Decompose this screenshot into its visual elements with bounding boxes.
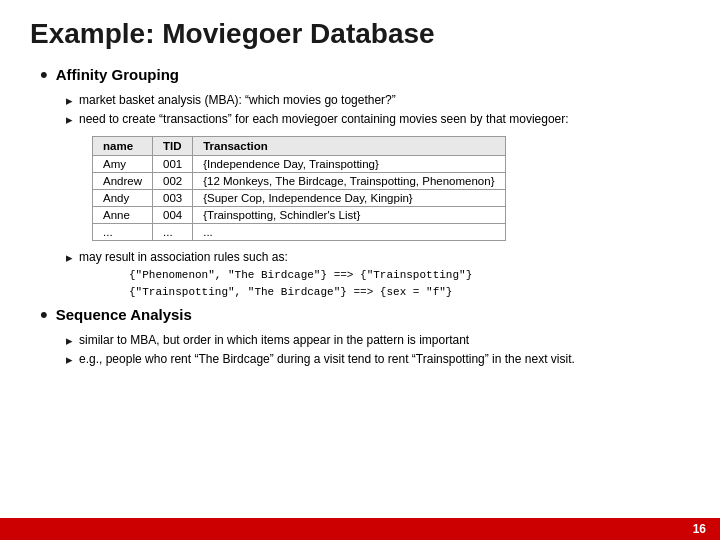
table-row: Andrew 002 {12 Monkeys, The Birdcage, Tr… bbox=[93, 172, 506, 189]
assoc-rule-2: {"Trainspotting", "The Birdcage"} ==> {s… bbox=[129, 284, 472, 301]
cell-tid-1: 002 bbox=[153, 172, 193, 189]
assoc-rules: {"Phenomenon", "The Birdcage"} ==> {"Tra… bbox=[129, 267, 472, 300]
cell-tid-3: 004 bbox=[153, 206, 193, 223]
cell-tid-4: ... bbox=[153, 223, 193, 240]
arrow-icon-4: ▸ bbox=[66, 333, 73, 348]
sequence-sub-2: ▸ e.g., people who rent “The Birdcage” d… bbox=[66, 351, 680, 368]
section-affinity: • Affinity Grouping bbox=[40, 66, 680, 88]
table-row: Andy 003 {Super Cop, Independence Day, K… bbox=[93, 189, 506, 206]
affinity-sub-bullets: ▸ market basket analysis (MBA): “which m… bbox=[66, 92, 680, 300]
cell-name-3: Anne bbox=[93, 206, 153, 223]
affinity-sub-text-2: need to create “transactions” for each m… bbox=[79, 111, 569, 128]
cell-name-4: ... bbox=[93, 223, 153, 240]
arrow-icon-2: ▸ bbox=[66, 112, 73, 127]
affinity-sub-text-1: market basket analysis (MBA): “which mov… bbox=[79, 92, 396, 109]
arrow-icon-3: ▸ bbox=[66, 250, 73, 265]
affinity-sub-1: ▸ market basket analysis (MBA): “which m… bbox=[66, 92, 680, 109]
bullet-dot-2: • bbox=[40, 302, 48, 328]
table-header-tid: TID bbox=[153, 136, 193, 155]
assoc-intro: may result in association rules such as: bbox=[79, 250, 288, 264]
cell-trans-4: ... bbox=[193, 223, 505, 240]
cell-name-1: Andrew bbox=[93, 172, 153, 189]
assoc-bullet: ▸ may result in association rules such a… bbox=[66, 249, 680, 301]
cell-tid-0: 001 bbox=[153, 155, 193, 172]
table-row: Amy 001 {Independence Day, Trainspotting… bbox=[93, 155, 506, 172]
cell-trans-1: {12 Monkeys, The Birdcage, Trainspotting… bbox=[193, 172, 505, 189]
cell-name-2: Andy bbox=[93, 189, 153, 206]
cell-trans-0: {Independence Day, Trainspotting} bbox=[193, 155, 505, 172]
affinity-sub-2: ▸ need to create “transactions” for each… bbox=[66, 111, 680, 128]
sequence-label: Sequence Analysis bbox=[56, 306, 192, 323]
table-row: Anne 004 {Trainspotting, Schindler's Lis… bbox=[93, 206, 506, 223]
cell-trans-2: {Super Cop, Independence Day, Kingpin} bbox=[193, 189, 505, 206]
arrow-icon-5: ▸ bbox=[66, 352, 73, 367]
section-sequence: • Sequence Analysis bbox=[40, 306, 680, 328]
assoc-content: may result in association rules such as:… bbox=[79, 249, 472, 301]
cell-tid-2: 003 bbox=[153, 189, 193, 206]
table-row: ... ... ... bbox=[93, 223, 506, 240]
footer-bar: 16 bbox=[0, 518, 720, 540]
sequence-sub-1: ▸ similar to MBA, but order in which ite… bbox=[66, 332, 680, 349]
bullet-dot-1: • bbox=[40, 62, 48, 88]
table-header-transaction: Transaction bbox=[193, 136, 505, 155]
page-number: 16 bbox=[693, 522, 706, 536]
sequence-sub-text-2: e.g., people who rent “The Birdcage” dur… bbox=[79, 351, 575, 368]
sequence-sub-text-1: similar to MBA, but order in which items… bbox=[79, 332, 469, 349]
assoc-rule-1: {"Phenomenon", "The Birdcage"} ==> {"Tra… bbox=[129, 267, 472, 284]
slide-container: Example: Moviegoer Database • Affinity G… bbox=[0, 0, 720, 540]
sequence-sub-bullets: ▸ similar to MBA, but order in which ite… bbox=[66, 332, 680, 368]
arrow-icon-1: ▸ bbox=[66, 93, 73, 108]
table-header-name: name bbox=[93, 136, 153, 155]
affinity-label: Affinity Grouping bbox=[56, 66, 179, 83]
cell-trans-3: {Trainspotting, Schindler's List} bbox=[193, 206, 505, 223]
moviegoer-table: name TID Transaction Amy 001 {Independen… bbox=[92, 136, 506, 241]
slide-title: Example: Moviegoer Database bbox=[30, 18, 680, 50]
cell-name-0: Amy bbox=[93, 155, 153, 172]
